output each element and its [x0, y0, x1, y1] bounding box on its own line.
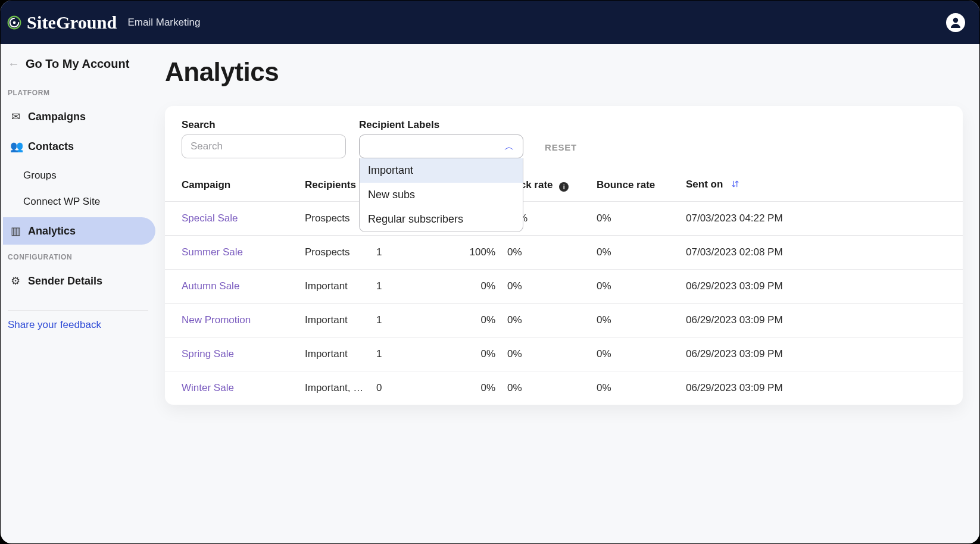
campaign-link[interactable]: Special Sale: [182, 212, 238, 224]
search-field: Search: [182, 119, 346, 158]
divider: [8, 310, 148, 311]
bar-chart-icon: ▥: [10, 224, 21, 237]
brand-name: SiteGround: [27, 12, 117, 33]
cell-click-rate: 0%: [501, 371, 591, 405]
cell-click-rate: 0%: [501, 304, 591, 337]
analytics-panel: Search Recipient Labels ︿ Important New …: [165, 106, 963, 405]
page-title: Analytics: [165, 57, 963, 87]
cell-open-rate: 0%: [412, 270, 501, 304]
gear-icon: ⚙: [10, 274, 21, 287]
search-input[interactable]: [182, 135, 346, 158]
cell-sent-on: 06/29/2023 03:09 PM: [680, 371, 963, 405]
info-icon[interactable]: i: [559, 182, 569, 192]
dropdown-option-regular-subscribers[interactable]: Regular subscribers: [360, 207, 523, 232]
col-sent-on-label: Sent on: [686, 179, 723, 190]
cell-count: 1: [370, 270, 412, 304]
col-bounce-rate[interactable]: Bounce rate: [591, 169, 680, 202]
cell-click-rate: 0%: [501, 270, 591, 304]
table-row: New PromotionImportant10%0%0%06/29/2023 …: [165, 304, 963, 337]
cell-sent-on: 07/03/2023 04:22 PM: [680, 202, 963, 236]
sidebar-item-groups[interactable]: Groups: [1, 162, 155, 189]
search-label: Search: [182, 119, 346, 131]
cell-count: 1: [370, 304, 412, 337]
cell-open-rate: 0%: [412, 337, 501, 371]
cell-sent-on: 06/29/2023 03:09 PM: [680, 337, 963, 371]
chevron-up-icon: ︿: [504, 140, 514, 154]
table-row: Summer SaleProspects1100%0%0%07/03/2023 …: [165, 236, 963, 270]
share-feedback-link[interactable]: Share your feedback: [1, 319, 155, 331]
dropdown-option-important[interactable]: Important: [360, 158, 523, 183]
sidebar-item-sender-details[interactable]: ⚙ Sender Details: [3, 267, 155, 295]
recipient-labels-select[interactable]: ︿: [359, 135, 523, 158]
sidebar-item-label: Sender Details: [28, 275, 102, 287]
table-row: Spring SaleImportant10%0%0%06/29/2023 03…: [165, 337, 963, 371]
product-name: Email Marketing: [128, 17, 201, 29]
sidebar-item-analytics[interactable]: ▥ Analytics: [3, 217, 155, 245]
cell-open-rate: 100%: [412, 236, 501, 270]
cell-bounce-rate: 0%: [591, 337, 680, 371]
sidebar-item-campaigns[interactable]: ✉ Campaigns: [3, 103, 155, 130]
cell-count: 0: [370, 371, 412, 405]
sort-icon[interactable]: [731, 179, 740, 192]
cell-recipients: Important, Very…: [299, 371, 370, 405]
col-campaign[interactable]: Campaign: [165, 169, 299, 202]
main-content: Analytics Search Recipient Labels ︿: [155, 44, 979, 543]
col-sent-on[interactable]: Sent on: [680, 169, 963, 202]
go-to-account-label: Go To My Account: [26, 57, 129, 71]
table-row: Autumn SaleImportant10%0%0%06/29/2023 03…: [165, 270, 963, 304]
sidebar-item-label: Groups: [23, 170, 57, 181]
account-avatar-button[interactable]: [946, 13, 965, 32]
reset-button[interactable]: RESET: [545, 142, 577, 158]
table-row: Special SaleProspects50%0%07/03/2023 04:…: [165, 202, 963, 236]
campaign-link[interactable]: Winter Sale: [182, 382, 234, 393]
sidebar-item-label: Analytics: [28, 225, 76, 237]
cell-recipients: Important: [299, 304, 370, 337]
cell-bounce-rate: 0%: [591, 202, 680, 236]
arrow-left-icon: ←: [8, 57, 20, 71]
campaign-link[interactable]: Autumn Sale: [182, 280, 239, 292]
swirl-icon: [7, 15, 22, 30]
sidebar-item-label: Connect WP Site: [23, 196, 100, 207]
people-icon: 👥: [10, 140, 21, 153]
cell-recipients: Important: [299, 337, 370, 371]
cell-open-rate: 0%: [412, 304, 501, 337]
recipient-labels-label: Recipient Labels: [359, 119, 523, 131]
svg-point-2: [953, 17, 958, 22]
mail-icon: ✉: [10, 110, 21, 123]
svg-point-1: [13, 21, 16, 24]
cell-count: 1: [370, 236, 412, 270]
user-icon: [948, 15, 963, 30]
table-row: Winter SaleImportant, Very…00%0%0%06/29/…: [165, 371, 963, 405]
campaign-link[interactable]: Spring Sale: [182, 348, 234, 359]
cell-count: 1: [370, 337, 412, 371]
dropdown-option-new-subs[interactable]: New subs: [360, 183, 523, 207]
cell-sent-on: 06/29/2023 03:09 PM: [680, 270, 963, 304]
recipient-labels-dropdown: Important New subs Regular subscribers: [359, 158, 523, 232]
cell-recipients: Prospects: [299, 236, 370, 270]
topbar: SiteGround Email Marketing: [1, 1, 979, 44]
cell-click-rate: 0%: [501, 236, 591, 270]
cell-bounce-rate: 0%: [591, 371, 680, 405]
campaign-link[interactable]: Summer Sale: [182, 246, 243, 258]
cell-bounce-rate: 0%: [591, 236, 680, 270]
sidebar-item-connect-wp[interactable]: Connect WP Site: [1, 189, 155, 215]
sidebar-item-label: Campaigns: [28, 111, 86, 123]
table-header-row: Campaign Recipients ate Click rate i Bou…: [165, 169, 963, 202]
go-to-account-link[interactable]: ← Go To My Account: [1, 57, 155, 83]
cell-sent-on: 07/03/2023 02:08 PM: [680, 236, 963, 270]
cell-sent-on: 06/29/2023 03:09 PM: [680, 304, 963, 337]
cell-click-rate: 0%: [501, 337, 591, 371]
sidebar-item-contacts[interactable]: 👥 Contacts: [3, 133, 155, 160]
recipient-labels-field: Recipient Labels ︿ Important New subs Re…: [359, 119, 523, 158]
cell-bounce-rate: 0%: [591, 270, 680, 304]
cell-open-rate: 0%: [412, 371, 501, 405]
section-label-platform: PLATFORM: [1, 83, 155, 101]
brand-logo[interactable]: SiteGround: [7, 12, 117, 33]
sidebar: ← Go To My Account PLATFORM ✉ Campaigns …: [1, 44, 155, 543]
sidebar-item-label: Contacts: [28, 140, 74, 153]
campaign-link[interactable]: New Promotion: [182, 314, 251, 326]
cell-recipients: Important: [299, 270, 370, 304]
section-label-config: CONFIGURATION: [1, 247, 155, 265]
analytics-table: Campaign Recipients ate Click rate i Bou…: [165, 169, 963, 405]
cell-bounce-rate: 0%: [591, 304, 680, 337]
